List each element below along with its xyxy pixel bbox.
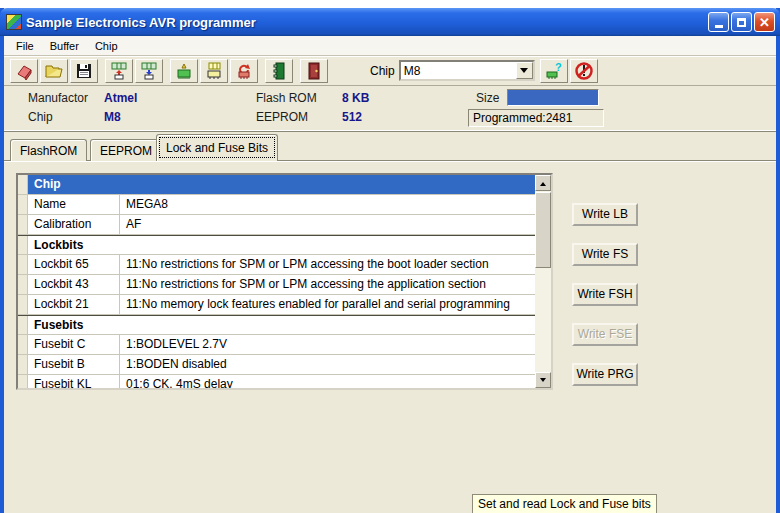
device-info-panel: Manufactor Atmel Chip M8 Flash ROM 8 KB … bbox=[4, 86, 776, 132]
write-to-chip-icon bbox=[109, 62, 129, 80]
eeprom-label: EEPROM bbox=[256, 110, 308, 124]
grid-row-name[interactable]: NameMEGA8 bbox=[18, 195, 535, 215]
scrollbar-thumb[interactable] bbox=[535, 192, 551, 268]
grid-row-calibration[interactable]: CalibrationAF bbox=[18, 215, 535, 235]
identify-chip-button[interactable]: ? bbox=[540, 59, 568, 83]
chip-combobox[interactable]: M8 bbox=[399, 60, 535, 81]
flash-rom-value: 8 KB bbox=[342, 91, 369, 105]
close-button[interactable]: ✕ bbox=[754, 12, 775, 32]
row-label: Calibration bbox=[28, 215, 120, 234]
program-chip-button[interactable] bbox=[170, 59, 198, 83]
minimize-icon bbox=[715, 25, 723, 28]
row-label: Fusebit KL bbox=[28, 375, 120, 390]
open-file-button[interactable] bbox=[40, 59, 68, 83]
erase-buffer-button[interactable] bbox=[10, 59, 38, 83]
chip-combo-label: Chip bbox=[370, 64, 395, 78]
menu-file[interactable]: File bbox=[8, 38, 42, 54]
row-gutter bbox=[18, 295, 28, 314]
identify-chip-icon: ? bbox=[544, 62, 564, 80]
row-label: Chip bbox=[28, 175, 535, 194]
row-gutter bbox=[18, 275, 28, 294]
row-value: 1:BODEN disabled bbox=[120, 355, 535, 374]
minimize-button[interactable] bbox=[708, 12, 729, 32]
grid-row-lockbit-43[interactable]: Lockbit 4311:No restrictions for SPM or … bbox=[18, 275, 535, 295]
eeprom-value: 512 bbox=[342, 110, 362, 124]
tab-strip: FlashROM EEPROM Lock and Fuse Bits bbox=[4, 132, 776, 162]
grid-row-fusebit-b[interactable]: Fusebit B1:BODEN disabled bbox=[18, 355, 535, 375]
row-value: 11:No memory lock features enabled for p… bbox=[120, 295, 535, 314]
cancel-icon bbox=[574, 62, 594, 80]
write-prg-button[interactable]: Write PRG bbox=[572, 363, 638, 386]
row-gutter bbox=[18, 175, 28, 194]
grid-row-lockbit-65[interactable]: Lockbit 6511:No restrictions for SPM or … bbox=[18, 255, 535, 275]
tab-page-lock-and-fuse: Chip NameMEGA8 CalibrationAF Lockbits Lo… bbox=[4, 162, 776, 482]
row-value: MEGA8 bbox=[120, 195, 535, 214]
scroll-down-icon bbox=[540, 378, 546, 385]
row-value: 11:No restrictions for SPM or LPM access… bbox=[120, 275, 535, 294]
row-value: AF bbox=[120, 215, 535, 234]
row-value: 11:No restrictions for SPM or LPM access… bbox=[120, 255, 535, 274]
write-buffer-to-chip-button[interactable] bbox=[105, 59, 133, 83]
grid-row-chip-header[interactable]: Chip bbox=[18, 175, 535, 195]
row-gutter bbox=[18, 355, 28, 374]
write-fsh-button[interactable]: Write FSH bbox=[572, 283, 638, 306]
open-folder-icon bbox=[44, 62, 64, 80]
connector-button[interactable] bbox=[265, 59, 293, 83]
row-label: Name bbox=[28, 195, 120, 214]
erase-chip-icon bbox=[234, 62, 254, 80]
verify-chip-button[interactable] bbox=[200, 59, 228, 83]
maximize-button[interactable] bbox=[731, 12, 752, 32]
tooltip: Set and read Lock and Fuse bits bbox=[472, 494, 657, 513]
size-progress-bar bbox=[507, 89, 599, 106]
grid-row-fusebit-kl[interactable]: Fusebit KL01:6 CK. 4mS delay bbox=[18, 375, 535, 390]
fuse-grid-rows: Chip NameMEGA8 CalibrationAF Lockbits Lo… bbox=[18, 175, 535, 390]
chip-info-label: Chip bbox=[28, 110, 53, 124]
grid-row-fusebits-header[interactable]: Fusebits bbox=[18, 315, 535, 335]
tab-lock-and-fuse-bits[interactable]: Lock and Fuse Bits bbox=[156, 134, 278, 161]
title-bar[interactable]: Sample Electronics AVR programmer ✕ bbox=[0, 8, 780, 36]
save-file-button[interactable] bbox=[70, 59, 98, 83]
row-gutter bbox=[18, 316, 28, 334]
write-lb-button[interactable]: Write LB bbox=[572, 203, 638, 226]
read-chip-to-buffer-button[interactable] bbox=[135, 59, 163, 83]
chip-combobox-dropdown-button[interactable] bbox=[516, 62, 533, 79]
erase-chip-button[interactable] bbox=[230, 59, 258, 83]
menu-bar: File Buffer Chip bbox=[4, 36, 776, 56]
row-label: Fusebit C bbox=[28, 335, 120, 354]
row-label: Lockbit 65 bbox=[28, 255, 120, 274]
row-label: Fusebits bbox=[28, 316, 535, 334]
write-fs-button[interactable]: Write FS bbox=[572, 243, 638, 266]
grid-row-fusebit-c[interactable]: Fusebit C1:BODLEVEL 2.7V bbox=[18, 335, 535, 355]
exit-button[interactable] bbox=[300, 59, 328, 83]
scroll-down-button[interactable] bbox=[535, 372, 551, 388]
eraser-icon bbox=[14, 62, 34, 80]
app-window: Sample Electronics AVR programmer ✕ File… bbox=[0, 8, 780, 513]
cancel-button[interactable] bbox=[570, 59, 598, 83]
row-value: 01:6 CK. 4mS delay bbox=[120, 375, 535, 390]
app-icon bbox=[6, 14, 22, 30]
menu-chip[interactable]: Chip bbox=[87, 38, 126, 54]
row-gutter bbox=[18, 335, 28, 354]
maximize-icon bbox=[737, 18, 746, 27]
manufactor-label: Manufactor bbox=[28, 91, 88, 105]
grid-row-lockbit-21[interactable]: Lockbit 2111:No memory lock features ena… bbox=[18, 295, 535, 315]
grid-row-lockbits-header[interactable]: Lockbits bbox=[18, 235, 535, 255]
menu-buffer[interactable]: Buffer bbox=[42, 38, 87, 54]
scroll-up-button[interactable] bbox=[535, 175, 551, 191]
row-label: Lockbits bbox=[28, 236, 535, 254]
svg-text:?: ? bbox=[555, 62, 562, 73]
tab-eeprom[interactable]: EEPROM bbox=[90, 139, 162, 161]
row-gutter bbox=[18, 236, 28, 254]
scroll-up-icon bbox=[540, 179, 546, 186]
row-gutter bbox=[18, 195, 28, 214]
row-label: Fusebit B bbox=[28, 355, 120, 374]
vertical-scrollbar[interactable] bbox=[535, 175, 551, 388]
save-floppy-icon bbox=[74, 62, 94, 80]
exit-door-icon bbox=[304, 62, 324, 80]
row-gutter bbox=[18, 255, 28, 274]
chevron-down-icon bbox=[520, 68, 528, 77]
verify-chip-icon bbox=[204, 62, 224, 80]
toolbar: Chip M8 ? bbox=[4, 56, 776, 86]
tab-flashrom[interactable]: FlashROM bbox=[10, 139, 87, 161]
row-label: Lockbit 43 bbox=[28, 275, 120, 294]
